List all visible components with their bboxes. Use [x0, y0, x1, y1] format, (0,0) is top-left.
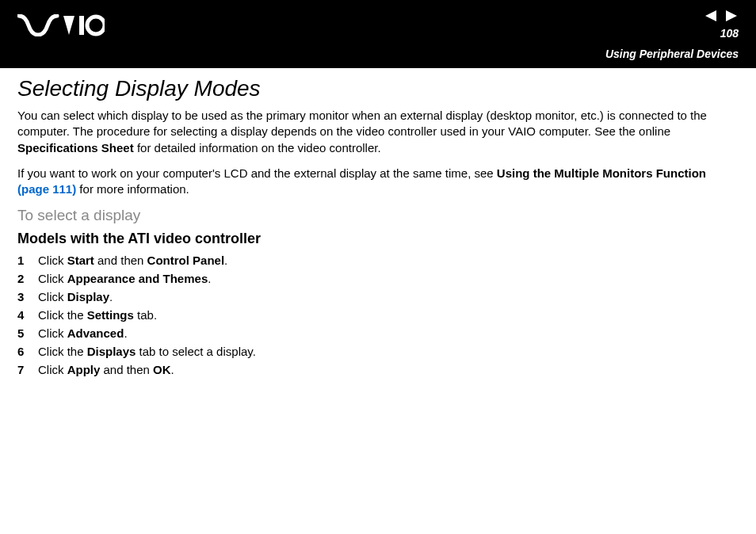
step-bold: Start [67, 254, 94, 267]
step-number: 5 [17, 326, 38, 340]
step-row: 3Click Display. [17, 290, 739, 303]
step-plain: tab to select a display. [136, 345, 255, 358]
step-plain: Click [38, 272, 67, 285]
step-number: 1 [17, 254, 38, 267]
subheading-ati-models: Models with the ATI video controller [17, 231, 739, 247]
next-page-button[interactable] [723, 10, 739, 22]
step-plain: Click the [38, 345, 87, 358]
step-row: 1Click Start and then Control Panel. [17, 254, 739, 267]
intro-paragraph-1: You can select which display to be used … [17, 108, 739, 156]
step-text: Click Advanced. [38, 326, 128, 340]
step-bold: Advanced [67, 326, 124, 340]
svg-marker-4 [726, 10, 737, 21]
step-plain: . [224, 254, 227, 267]
steps-list: 1Click Start and then Control Panel.2Cli… [17, 254, 739, 376]
multiple-monitors-bold: Using the Multiple Monitors Function [497, 166, 706, 180]
step-plain: Click the [38, 308, 87, 322]
step-row: 6Click the Displays tab to select a disp… [17, 345, 739, 358]
triangle-right-icon [723, 10, 739, 22]
step-text: Click Appearance and Themes. [38, 272, 211, 285]
step-bold: Apply [67, 363, 101, 376]
prev-page-button[interactable] [704, 10, 720, 22]
step-text: Click Apply and then OK. [38, 363, 174, 376]
step-bold: Displays [87, 345, 136, 358]
step-row: 2Click Appearance and Themes. [17, 272, 739, 285]
step-number: 4 [17, 308, 38, 322]
step-plain: and then [100, 363, 153, 376]
page-111-link[interactable]: (page 111) [17, 182, 76, 196]
intro-paragraph-2: If you want to work on your computer's L… [17, 166, 739, 198]
step-bold: OK [153, 363, 171, 376]
spec-sheet-bold: Specifications Sheet [17, 141, 134, 154]
content-area: Selecting Display Modes You can select w… [0, 68, 756, 397]
step-plain: Click [38, 254, 67, 267]
step-plain: . [124, 326, 127, 340]
step-row: 5Click Advanced. [17, 326, 739, 340]
step-plain: tab. [134, 308, 157, 322]
step-plain: Click [38, 290, 67, 303]
step-plain: . [208, 272, 211, 285]
step-plain: and then [94, 254, 147, 267]
step-row: 4Click the Settings tab. [17, 308, 739, 322]
step-number: 2 [17, 272, 38, 285]
text: If you want to work on your computer's L… [17, 166, 497, 180]
header-bar: 108 Using Peripheral Devices [0, 0, 756, 68]
step-row: 7Click Apply and then OK. [17, 363, 739, 376]
vaio-logo [17, 14, 105, 36]
step-bold: Appearance and Themes [67, 272, 208, 285]
step-number: 3 [17, 290, 38, 303]
text: You can select which display to be used … [17, 109, 707, 138]
step-plain: . [109, 290, 113, 303]
step-text: Click the Displays tab to select a displ… [38, 345, 256, 358]
text: for detailed information on the video co… [134, 141, 381, 154]
step-bold: Settings [87, 308, 134, 322]
step-bold: Control Panel [147, 254, 225, 267]
svg-marker-0 [63, 16, 74, 35]
svg-marker-3 [705, 10, 716, 21]
step-plain: Click [38, 363, 67, 376]
step-number: 7 [17, 363, 38, 376]
step-plain: . [171, 363, 174, 376]
step-plain: Click [38, 326, 67, 340]
nav-arrows [704, 10, 739, 25]
subheading-select-display: To select a display [17, 207, 739, 224]
page-title: Selecting Display Modes [17, 76, 739, 101]
step-text: Click Display. [38, 290, 113, 303]
section-label: Using Peripheral Devices [605, 48, 739, 60]
step-text: Click the Settings tab. [38, 308, 157, 322]
step-text: Click Start and then Control Panel. [38, 254, 227, 267]
text: for more information. [76, 182, 189, 196]
svg-point-2 [87, 17, 105, 34]
triangle-left-icon [704, 10, 720, 22]
step-bold: Display [67, 290, 109, 303]
svg-rect-1 [79, 16, 84, 35]
step-number: 6 [17, 345, 38, 358]
page-number: 108 [720, 27, 739, 40]
